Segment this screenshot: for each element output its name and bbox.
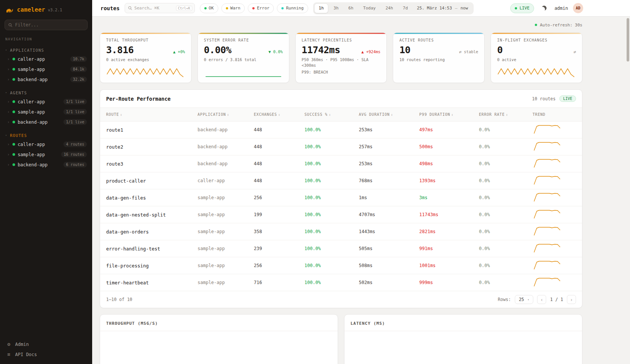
sidebar-item-agents-backend-app[interactable]: › backend-app 1/1 live bbox=[0, 117, 92, 127]
table-row-route2[interactable]: route2 backend-app 448 100.0% 257ms 500m… bbox=[100, 138, 582, 155]
filter-pill-error[interactable]: Error bbox=[248, 3, 274, 13]
kpi-value-row: 0.00% ▼ 0.0% bbox=[204, 45, 283, 55]
route-application: backend-app bbox=[198, 127, 254, 132]
sidebar-item-routes-caller-app[interactable]: › caller-app 4 routes bbox=[0, 139, 92, 149]
sidebar-item-label: sample-app bbox=[18, 109, 45, 115]
scrollbar[interactable] bbox=[627, 18, 629, 61]
route-application: sample-app bbox=[198, 195, 254, 200]
column-header-exchanges[interactable]: EXCHANGES↕ bbox=[254, 112, 304, 117]
search-input[interactable] bbox=[134, 6, 174, 11]
status-dot-icon bbox=[226, 7, 228, 9]
column-header-route[interactable]: ROUTE↕ bbox=[106, 112, 198, 117]
route-error-rate: 0.0% bbox=[479, 178, 533, 183]
live-badge[interactable]: LIVE bbox=[510, 3, 534, 13]
route-error-rate: 0.0% bbox=[479, 246, 533, 251]
time-range-24h[interactable]: 24h bbox=[381, 3, 398, 13]
time-range-3h[interactable]: 3h bbox=[329, 3, 343, 13]
sidebar-item-label: backend-app bbox=[18, 120, 48, 125]
column-header-application[interactable]: APPLICATION↕ bbox=[198, 112, 254, 117]
time-range-today[interactable]: Today bbox=[359, 3, 380, 13]
route-error-rate: 0.0% bbox=[479, 127, 533, 132]
sidebar-item-routes-sample-app[interactable]: › sample-app 16 routes bbox=[0, 149, 92, 160]
route-application: sample-app bbox=[198, 263, 254, 268]
sidebar-item-routes-backend-app[interactable]: › backend-app 6 routes bbox=[0, 160, 92, 170]
route-name: route2 bbox=[106, 144, 198, 150]
route-p99-duration: 11743ms bbox=[419, 212, 479, 217]
kpi-delta: ▼ 0.0% bbox=[269, 49, 283, 54]
column-header-avg-duration[interactable]: AVG DURATION↕ bbox=[359, 112, 419, 117]
book-icon: ≡ bbox=[6, 352, 12, 357]
sidebar-item-agents-caller-app[interactable]: › caller-app 1/1 live bbox=[0, 97, 92, 107]
page-title: routes bbox=[100, 5, 120, 11]
table-row-data-gen-files[interactable]: data-gen-files sample-app 256 100.0% 1ms… bbox=[100, 189, 582, 206]
route-success-rate: 100.0% bbox=[304, 195, 359, 200]
route-trend-sparkline bbox=[533, 141, 576, 153]
sidebar-item-applications-sample-app[interactable]: › sample-app 84.1k bbox=[0, 64, 92, 74]
sidebar-section-routes-header[interactable]: ▾ ROUTES bbox=[0, 132, 92, 139]
kpi-subtitle: 0 errors / 3.816 total bbox=[204, 57, 283, 63]
sidebar-item-applications-caller-app[interactable]: › caller-app 10.7k bbox=[0, 54, 92, 64]
route-avg-duration: 505ms bbox=[359, 246, 419, 251]
route-error-rate: 0.0% bbox=[479, 229, 533, 234]
route-trend-sparkline bbox=[533, 260, 576, 272]
kpi-delta: ⇄ stable bbox=[459, 49, 479, 54]
filter-pill-ok[interactable]: OK bbox=[200, 3, 218, 13]
prev-page-button[interactable]: ‹ bbox=[537, 295, 546, 304]
column-header-error-rate[interactable]: ERROR RATE↕ bbox=[479, 112, 533, 117]
route-p99-duration: 498ms bbox=[419, 161, 479, 166]
dark-mode-toggle[interactable] bbox=[539, 3, 550, 14]
route-exchanges: 256 bbox=[254, 195, 304, 200]
kpi-title: TOTAL THROUGHPUT bbox=[106, 38, 185, 42]
route-name: data-gen-files bbox=[106, 195, 198, 201]
app-root: cameleer v3.2.1 NAVIGATION ▾ APPLICATION… bbox=[0, 0, 630, 364]
table-row-data-gen-orders[interactable]: data-gen-orders sample-app 358 100.0% 14… bbox=[100, 223, 582, 240]
sidebar-section-agents-header[interactable]: ▾ AGENTS bbox=[0, 89, 92, 97]
chevron-right-icon: › bbox=[7, 77, 10, 82]
time-range-6h[interactable]: 6h bbox=[344, 3, 358, 13]
time-range-1h[interactable]: 1h bbox=[314, 3, 328, 13]
rows-per-page-select[interactable]: 25 ▾ bbox=[515, 295, 534, 304]
sidebar-filter-input[interactable] bbox=[15, 22, 84, 28]
kpi-accent-bar bbox=[491, 33, 582, 34]
search-icon bbox=[8, 23, 12, 27]
route-application: backend-app bbox=[198, 161, 254, 166]
status-dot-icon bbox=[12, 100, 15, 103]
content: Auto-refresh: 30s TOTAL THROUGHPUT 3.816… bbox=[92, 17, 630, 364]
time-range-7d[interactable]: 7d bbox=[398, 3, 412, 13]
kpi-subtitle: P50 360ms · P95 1008ms · SLA <300ms bbox=[302, 57, 381, 68]
bottom-charts-row: THROUGHPUT (MSG/S) LATENCY (MS) bbox=[100, 314, 582, 364]
route-success-rate: 100.0% bbox=[304, 212, 359, 217]
sidebar-item-label: sample-app bbox=[18, 152, 45, 157]
sidebar-admin[interactable]: ⚙ Admin bbox=[6, 341, 86, 347]
section-caret-icon: ▾ bbox=[5, 134, 7, 137]
sort-icon: ↕ bbox=[506, 113, 508, 117]
filter-pill-warn[interactable]: Warn bbox=[221, 3, 245, 13]
sidebar-item-badge: 1/1 live bbox=[63, 119, 87, 125]
sidebar-filter-box bbox=[5, 20, 88, 30]
sidebar-item-agents-sample-app[interactable]: › sample-app 1/1 live bbox=[0, 107, 92, 117]
auto-refresh-label: Auto-refresh: 30s bbox=[540, 23, 582, 28]
logo[interactable]: cameleer v3.2.1 bbox=[0, 0, 92, 18]
sidebar-section-applications-header[interactable]: ▾ APPLICATIONS bbox=[0, 46, 92, 54]
search-box: Ctrl+K bbox=[125, 3, 195, 13]
column-header-p99-duration[interactable]: P99 DURATION↕ bbox=[419, 112, 479, 117]
kpi-title: IN-FLIGHT EXCHANGES bbox=[497, 38, 576, 42]
table-row-data-gen-nested-split[interactable]: data-gen-nested-split sample-app 199 100… bbox=[100, 206, 582, 223]
route-avg-duration: 1ms bbox=[359, 195, 419, 200]
sidebar-api-docs[interactable]: ≡ API Docs bbox=[6, 352, 86, 357]
table-row-error-handling-test[interactable]: error-handling-test sample-app 239 100.0… bbox=[100, 240, 582, 257]
auto-refresh-dot-icon bbox=[535, 24, 537, 26]
table-row-file-processing[interactable]: file-processing sample-app 256 100.0% 50… bbox=[100, 257, 582, 274]
table-row-route1[interactable]: route1 backend-app 448 100.0% 253ms 497m… bbox=[100, 121, 582, 138]
table-row-route3[interactable]: route3 backend-app 448 100.0% 253ms 498m… bbox=[100, 155, 582, 172]
next-page-button[interactable]: › bbox=[567, 295, 576, 304]
column-header-success[interactable]: SUCCESS %↕ bbox=[304, 112, 359, 117]
filter-pill-running[interactable]: Running bbox=[277, 3, 308, 13]
table-row-product-caller[interactable]: product-caller caller-app 448 100.0% 768… bbox=[100, 172, 582, 189]
table-row-timer-heartbeat[interactable]: timer-heartbeat sample-app 716 100.0% 50… bbox=[100, 274, 582, 291]
avatar[interactable]: AD bbox=[573, 3, 583, 13]
filter-pill-label: Error bbox=[257, 6, 269, 11]
route-success-rate: 100.0% bbox=[304, 229, 359, 234]
sidebar-item-applications-backend-app[interactable]: › backend-app 32.2k bbox=[0, 74, 92, 84]
search-shortcut-badge: Ctrl+K bbox=[176, 6, 192, 11]
